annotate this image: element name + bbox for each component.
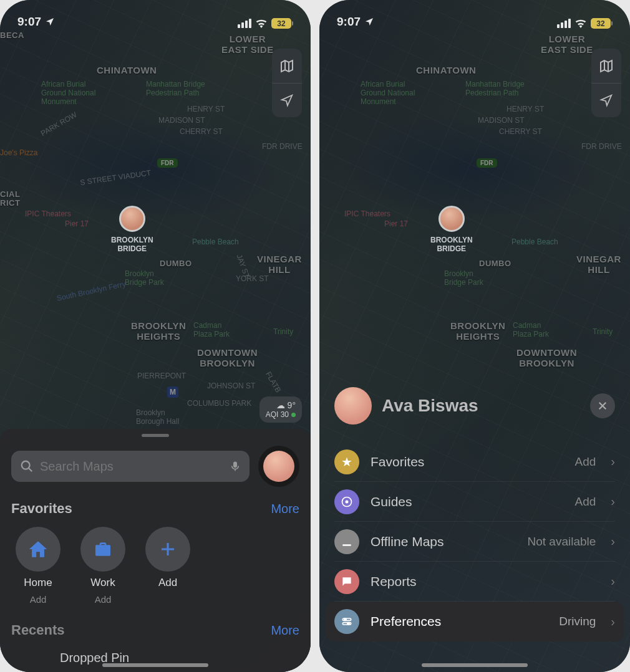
menu-trail: Driving (559, 615, 596, 628)
location-arrow-icon (364, 17, 374, 27)
menu-label: Preferences (371, 614, 548, 629)
search-sheet[interactable]: Favorites More Home Add Work Add Add Rec… (0, 429, 311, 672)
locate-me-button[interactable] (591, 83, 621, 117)
favorite-label: Home (24, 577, 52, 589)
weather-chip[interactable]: ☁ 9° AQI 30 (259, 396, 302, 423)
profile-panel: Ava Biswas ★ Favorites Add › Guides Add … (319, 376, 630, 672)
home-icon (16, 527, 61, 572)
favorites-title: Favorites (11, 501, 72, 517)
battery-icon: 32 (591, 18, 613, 29)
status-bar: 9:07 32 (0, 0, 311, 31)
briefcase-icon (80, 527, 125, 572)
weather-aqi: AQI 30 (266, 410, 289, 419)
menu-item-offline-maps[interactable]: Offline Maps Not available › (334, 522, 615, 562)
chevron-right-icon: › (611, 534, 615, 549)
sheet-grabber[interactable] (142, 434, 169, 437)
chat-icon (334, 569, 359, 594)
map-controls (591, 49, 621, 117)
menu-label: Offline Maps (371, 534, 516, 549)
search-input[interactable] (40, 459, 223, 474)
svg-point-2 (346, 500, 349, 503)
pin-label: BROOKLYN BRIDGE (111, 236, 153, 253)
weather-temp: 9° (288, 400, 296, 410)
favorite-add[interactable]: Add (143, 527, 192, 605)
close-icon (597, 400, 608, 411)
locate-me-button[interactable] (272, 83, 302, 117)
menu-label: Favorites (371, 454, 564, 469)
screenshot-right: LOWER EAST SIDE CHINATOWN BROOKLYN HEIGH… (319, 0, 630, 672)
wifi-icon (255, 19, 268, 28)
download-icon (334, 529, 359, 554)
favorite-label: Add (158, 577, 177, 589)
status-time: 9:07 (337, 15, 361, 29)
menu-trail: Add (575, 455, 596, 469)
menu-item-reports[interactable]: Reports › (334, 562, 615, 602)
cloud-icon: ☁ (276, 400, 285, 410)
menu-label: Guides (371, 494, 564, 509)
favorite-home[interactable]: Home Add (14, 527, 62, 605)
profile-avatar-button[interactable] (258, 446, 299, 487)
user-location-pin[interactable]: BROOKLYN BRIDGE (111, 206, 153, 253)
profile-avatar[interactable] (334, 387, 372, 425)
mic-icon[interactable] (230, 459, 241, 473)
status-bar: 9:07 32 (319, 0, 630, 31)
profile-menu: ★ Favorites Add › Guides Add › Offline M… (334, 442, 615, 641)
chevron-right-icon: › (611, 615, 615, 629)
map-mode-button[interactable] (272, 49, 302, 83)
home-indicator[interactable] (102, 663, 208, 667)
svg-point-6 (347, 623, 349, 625)
screenshot-left: LOWER EAST SIDE CHINATOWN BROOKLYN HEIGH… (0, 0, 311, 672)
sliders-icon (334, 609, 359, 634)
profile-name: Ava Biswas (382, 396, 580, 416)
cellular-icon (557, 19, 571, 28)
chevron-right-icon: › (611, 494, 615, 509)
pin-avatar (119, 206, 145, 232)
recents-more-link[interactable]: More (271, 623, 299, 638)
chevron-right-icon: › (611, 574, 615, 588)
recents-title: Recents (11, 622, 65, 638)
menu-trail: Not available (527, 535, 596, 549)
map-controls (272, 49, 302, 117)
menu-label: Reports (371, 574, 599, 589)
wifi-icon (574, 19, 587, 28)
aqi-indicator-icon (291, 413, 296, 417)
chevron-right-icon: › (611, 454, 615, 469)
map-mode-button[interactable] (591, 49, 621, 83)
cellular-icon (238, 19, 251, 28)
avatar-image (263, 451, 294, 482)
favorite-sublabel: Add (30, 594, 47, 605)
home-indicator[interactable] (422, 663, 528, 667)
user-location-pin[interactable]: BROOKLYN BRIDGE (430, 206, 473, 253)
plus-icon (145, 527, 190, 572)
battery-level: 32 (277, 19, 285, 28)
favorite-work[interactable]: Work Add (79, 527, 127, 605)
search-field[interactable] (11, 451, 250, 482)
favorite-label: Work (90, 577, 115, 589)
search-icon (20, 459, 34, 473)
menu-item-preferences[interactable]: Preferences Driving › (326, 602, 624, 641)
guides-icon (334, 489, 359, 514)
favorite-sublabel: Add (95, 594, 112, 605)
battery-icon: 32 (271, 18, 293, 29)
svg-point-0 (22, 461, 30, 469)
location-arrow-icon (45, 17, 55, 27)
star-icon: ★ (334, 449, 359, 474)
close-button[interactable] (590, 393, 615, 418)
menu-trail: Add (575, 495, 596, 509)
battery-level: 32 (596, 19, 604, 28)
pin-avatar (439, 206, 465, 232)
menu-item-favorites[interactable]: ★ Favorites Add › (334, 442, 615, 482)
status-time: 9:07 (17, 15, 41, 29)
menu-item-guides[interactable]: Guides Add › (334, 482, 615, 522)
svg-point-5 (344, 618, 346, 620)
favorites-more-link[interactable]: More (271, 502, 299, 516)
pin-label: BROOKLYN BRIDGE (430, 236, 473, 253)
